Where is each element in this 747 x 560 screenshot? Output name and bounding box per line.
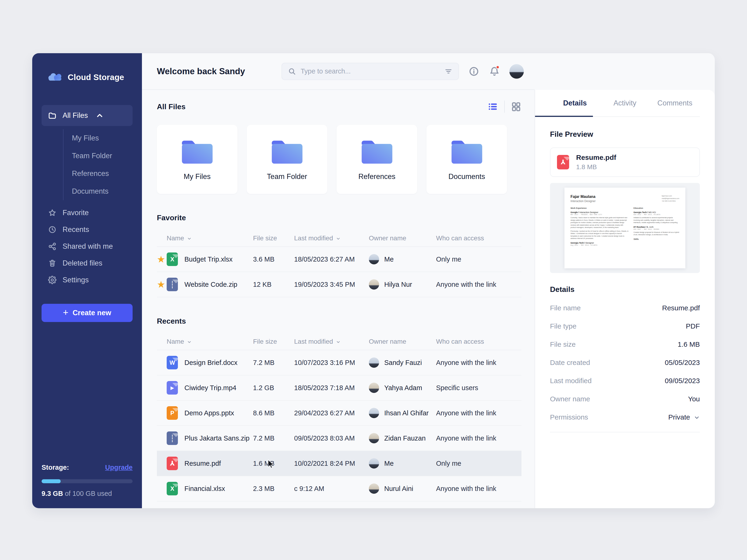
tab-details[interactable]: Details [550,90,600,116]
sidebar-subitem-documents[interactable]: Documents [63,183,133,200]
preview-file-size: 1.8 MB [576,163,616,171]
tab-comments[interactable]: Comments [650,90,700,116]
folder-card-team-folder[interactable]: Team Folder [247,125,327,194]
folder-name: References [358,172,395,181]
star-icon [48,209,56,217]
file-size: 7.2 MB [253,359,294,367]
file-size: 2.3 MB [253,485,294,492]
sidebar-subitem-references[interactable]: References [63,165,133,183]
table-row-selected[interactable]: ⅄ Resume.pdf 1.6 MB 10/02/2021 8:24 PM M… [157,451,521,476]
filter-icon[interactable] [444,68,453,75]
file-size: 12 KB [253,281,294,288]
folder-icon [449,138,485,166]
search-bar [282,63,459,80]
file-name: Demo Apps.pptx [184,409,234,417]
col-name[interactable]: Name [167,235,253,242]
table-row[interactable]: ┆ Plus Jakarta Sans.zip 7.2 MB 09/05/202… [157,426,521,451]
folder-card-documents[interactable]: Documents [427,125,507,194]
tab-activity[interactable]: Activity [600,90,650,116]
permissions-dropdown[interactable]: Private [668,413,700,421]
table-row[interactable]: X Financial.xlsx 2.3 MB c 9:12 AM Nurul … [157,476,521,501]
resume-section: Work Experience [570,207,629,209]
table-row[interactable]: ★ X Budget Trip.xlsx 3.6 MB 18/05/2023 6… [157,247,521,272]
detail-label: File size [550,341,576,348]
folder-name: Team Folder [267,172,307,181]
detail-row-file-size: File size 1.6 MB [550,341,700,348]
file-access: Only me [436,460,521,468]
notifications-button[interactable] [489,66,500,77]
col-owner[interactable]: Owner name [369,235,436,242]
storage-progress-fill [42,479,61,483]
storage-progress-track [42,479,133,483]
detail-label: Date created [550,358,590,367]
pdf-file-icon: ⅄ [557,155,569,169]
table-row[interactable]: P Demo Apps.pptx 8.6 MB 29/04/2023 6:27 … [157,401,521,426]
preview-file-card[interactable]: ⅄ Resume.pdf 1.8 MB [550,148,700,177]
file-type-icon: ┆ [167,431,178,445]
list-view-icon[interactable] [487,101,498,112]
file-type-icon: X [167,482,178,496]
sidebar-item-recents[interactable]: Recents [42,221,133,238]
col-name[interactable]: Name [167,338,253,345]
sidebar-item-shared-with-me[interactable]: Shared with me [42,238,133,255]
sort-chevron-icon [187,236,192,241]
plus-icon: + [63,308,69,317]
detail-value: 09/05/2023 [665,377,700,385]
storage-usage-text: 9.3 GB of 100 GB used [42,490,133,498]
table-row[interactable]: ▶ Ciwidey Trip.mp4 1.2 GB 18/05/2023 7:1… [157,375,521,401]
main-area: Welcome back Sandy [142,53,535,508]
sidebar-subitem-my-files[interactable]: My Files [63,129,133,147]
user-avatar[interactable] [509,64,524,79]
folder-card-my-files[interactable]: My Files [157,125,237,194]
sidebar-subitem-team-folder[interactable]: Team Folder [63,147,133,165]
sidebar-item-label: Favorite [62,209,89,217]
owner-avatar [369,483,379,494]
owner-avatar [369,458,379,469]
sort-chevron-icon [336,340,341,344]
folder-icon [269,138,305,166]
sidebar-item-deleted-files[interactable]: Deleted files [42,255,133,272]
info-button[interactable] [468,66,480,77]
search-input[interactable] [301,68,440,75]
sidebar-item-favorite[interactable]: Favorite [42,205,133,221]
file-modified: 10/02/2021 8:24 PM [294,460,369,468]
detail-row-permissions: Permissions Private [550,413,700,421]
col-access[interactable]: Who can access [436,235,521,242]
file-name: Financial.xlsx [184,485,225,492]
folder-name: My Files [184,172,211,181]
document-preview[interactable]: Fajar Maulana Interaction Designer fajar… [550,183,700,273]
file-name: Plus Jakarta Sans.zip [184,434,250,442]
sidebar-item-all-files[interactable]: All Files [42,105,133,126]
col-modified[interactable]: Last modified [294,338,369,345]
table-header: Name File size Last modified Owner name … [157,334,521,350]
table-row[interactable]: ★ ┆ Website Code.zip 12 KB 19/05/2023 3:… [157,272,521,297]
owner-avatar [369,357,379,368]
col-owner[interactable]: Owner name [369,338,436,345]
upgrade-link[interactable]: Upgrade [105,464,133,471]
file-size: 8.6 MB [253,409,294,417]
owner-avatar [369,279,379,290]
col-size[interactable]: File size [253,338,294,345]
grid-view-icon[interactable] [511,101,521,112]
sidebar-item-settings[interactable]: Settings [42,272,133,288]
folder-card-references[interactable]: References [337,125,417,194]
favorite-star-icon[interactable]: ★ [157,280,167,289]
storage-used: 9.3 GB [42,490,63,497]
folder-icon [180,138,215,166]
detail-value: PDF [686,322,700,330]
file-type-icon: P [167,406,178,420]
resume-contact: mail@fajarmaulana.com [662,197,679,200]
sidebar-nav: All Files My Files Team Folder Reference… [32,105,142,288]
file-preview-title: File Preview [550,130,700,139]
col-modified[interactable]: Last modified [294,235,369,242]
col-size[interactable]: File size [253,235,294,242]
detail-value: Private [668,413,690,421]
owner-name: Nurul Aini [384,485,413,492]
preview-file-name: Resume.pdf [576,154,616,161]
favorite-star-icon[interactable]: ★ [157,255,167,264]
recents-title: Recents [157,317,521,325]
table-row[interactable]: W Design Brief.docx 7.2 MB 10/07/2023 3:… [157,350,521,375]
col-access[interactable]: Who can access [436,338,521,345]
file-size: 3.6 MB [253,256,294,263]
create-new-button[interactable]: + Create new [42,304,133,322]
